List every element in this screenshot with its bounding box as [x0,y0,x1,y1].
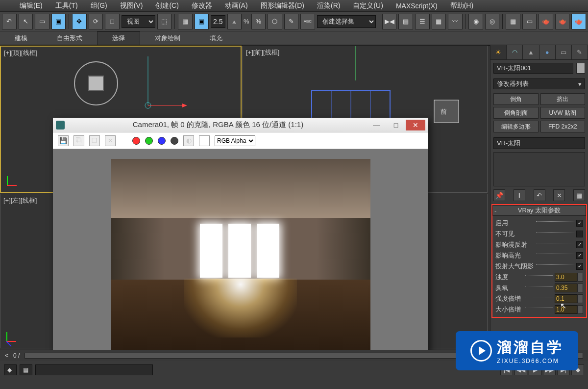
copy-button[interactable]: ⿻ [74,135,84,146]
mod-btn-uvwmap[interactable]: UVW 贴图 [540,107,586,119]
frame-indicator[interactable]: 0 / [13,352,20,359]
menu-group[interactable]: 组(G) [91,1,107,10]
spinner-turbidity[interactable]: 3.0 [555,273,577,282]
edit-named-sel-button[interactable]: ✎ [284,14,299,29]
align-button[interactable]: ▤ [398,14,413,29]
named-selset-select[interactable]: 创建选择集 [317,15,376,28]
spinner-arrows[interactable] [577,305,583,314]
rollup-header[interactable]: -VRay 太阳参数 [492,205,586,216]
checkbox-affect-specular[interactable] [576,252,583,259]
spinner-snap-button[interactable]: ⬡ [268,14,282,29]
checkbox-enable[interactable] [576,220,583,227]
keyfilter-button[interactable]: ▦ [20,364,32,375]
spinner-size[interactable]: 1.0 [555,305,577,314]
layers-button[interactable]: ☰ [415,14,430,29]
undo-button[interactable]: ↶ [2,14,17,29]
teapot-a-icon[interactable]: 🫖 [539,14,553,29]
save-image-button[interactable]: 💾 [58,135,69,146]
cmd-tab-modify[interactable] [507,45,523,59]
tab-selection[interactable]: 选择 [97,31,140,45]
tab-modeling[interactable]: 建模 [0,31,42,45]
close-button[interactable]: ✕ [406,120,425,130]
object-color-swatch[interactable] [576,63,585,74]
select-window-button[interactable]: ▣ [51,14,66,29]
channel-select[interactable]: RGB Alpha [215,135,255,146]
rotate-button[interactable]: ⟳ [89,14,103,29]
mirror-button[interactable]: ▶◀ [382,14,397,29]
minimize-button[interactable]: — [367,120,386,130]
angle-snap-button[interactable]: ⟁ [227,14,242,29]
window-titlebar[interactable]: Camera01, 帧 0 的克隆, RGBA 颜色 16 位/通道 (1:1)… [53,118,428,132]
manipulate-button[interactable]: ▦ [178,14,193,29]
mono-button[interactable]: ◐ [183,135,194,146]
color-swatch-button[interactable] [199,135,210,146]
material-editor-button[interactable]: ◉ [468,14,483,29]
modifier-list-select[interactable]: 修改器列表▾ [493,78,585,89]
keymode-button[interactable]: ◆ [4,364,17,375]
move-button[interactable]: ✥ [72,14,87,29]
render-output-area[interactable] [53,149,428,363]
checkbox-invisible[interactable] [576,231,583,237]
spinner-arrows[interactable] [577,273,583,282]
menu-help[interactable]: 帮助(H) [450,1,473,10]
checkbox-cast-atmos[interactable] [576,263,583,270]
menu-grapheditors[interactable]: 图形编辑器(D) [261,1,304,10]
render-setup-button[interactable]: ▦ [506,14,520,29]
menu-create[interactable]: 创建(C) [155,1,178,10]
tab-objectpaint[interactable]: 对象绘制 [140,31,195,45]
spinner-arrows[interactable] [577,284,583,292]
maximize-button[interactable]: □ [386,120,406,130]
ref-coord-select[interactable]: 视图 [122,15,155,28]
render-frame-button[interactable]: ▭ [522,14,537,29]
cmd-tab-utilities[interactable] [572,45,588,59]
object-name-field[interactable]: VR-太阳001 [493,63,573,74]
percent-snap-button[interactable]: % [251,14,266,29]
select-region-button[interactable]: ▭ [35,14,49,29]
quick-render-button[interactable]: 🫖 [571,14,586,29]
channel-alpha-button[interactable] [171,137,178,145]
tab-freeform[interactable]: 自由形式 [42,31,97,45]
tab-fill[interactable]: 填充 [195,31,237,45]
render-frame-window[interactable]: Camera01, 帧 0 的克隆, RGBA 颜色 16 位/通道 (1:1)… [53,118,428,363]
clone-button[interactable]: ❐ [89,135,100,146]
schematic-button[interactable]: ▦ [432,14,446,29]
remove-modifier-button[interactable] [553,189,565,201]
clear-button[interactable]: ✕ [105,135,116,146]
mod-btn-extrude[interactable]: 挤出 [540,93,586,105]
mod-btn-ffd[interactable]: FFD 2x2x2 [540,121,586,132]
snap-toggle-button[interactable]: ▣ [195,14,209,29]
abc-button[interactable]: ABC [300,14,315,29]
spinner-intensity[interactable]: 0.1 [555,294,577,303]
mod-btn-bevel[interactable]: 倒角 [493,93,539,105]
pin-stack-button[interactable] [493,189,505,201]
menu-edit[interactable]: 编辑(E) [20,1,43,10]
modifier-stack-item[interactable]: VR-太阳 [493,137,585,149]
select-arrow-button[interactable]: ↖ [19,14,33,29]
cmd-tab-motion[interactable] [539,45,556,59]
menu-customize[interactable]: 自定义(U) [353,1,383,10]
make-unique-button[interactable] [534,189,545,201]
angle-snap-value[interactable]: 2.5 [211,15,225,28]
curve-editor-button[interactable]: 〰 [448,14,463,29]
spinner-arrows[interactable] [577,294,583,303]
configure-sets-button[interactable] [573,189,585,201]
checkbox-affect-diffuse[interactable] [576,241,583,248]
cmd-tab-create[interactable] [490,45,507,59]
menu-modifiers[interactable]: 修改器 [192,1,212,10]
mod-btn-editpoly[interactable]: 编辑多边形 [493,121,539,132]
channel-green-button[interactable] [145,137,153,145]
menu-maxscript[interactable]: MAXScript(X) [396,2,438,10]
spinner-ozone[interactable]: 0.35 [555,284,577,292]
menu-tools[interactable]: 工具(T) [55,1,78,10]
channel-blue-button[interactable] [158,137,166,145]
slate-material-button[interactable]: ◎ [485,14,500,29]
channel-red-button[interactable] [132,137,140,145]
teapot-b-icon[interactable]: 🫖 [555,14,570,29]
cmd-tab-display[interactable] [556,45,572,59]
menu-animation[interactable]: 动画(A) [225,1,248,10]
mod-btn-bevelprofile[interactable]: 倒角剖面 [493,107,539,119]
pivot-button[interactable]: ⬚ [157,14,172,29]
show-endresult-button[interactable] [514,189,525,201]
viewport-left-label[interactable]: [+][左][线框] [3,196,37,205]
cmd-tab-hierarchy[interactable] [523,45,539,59]
